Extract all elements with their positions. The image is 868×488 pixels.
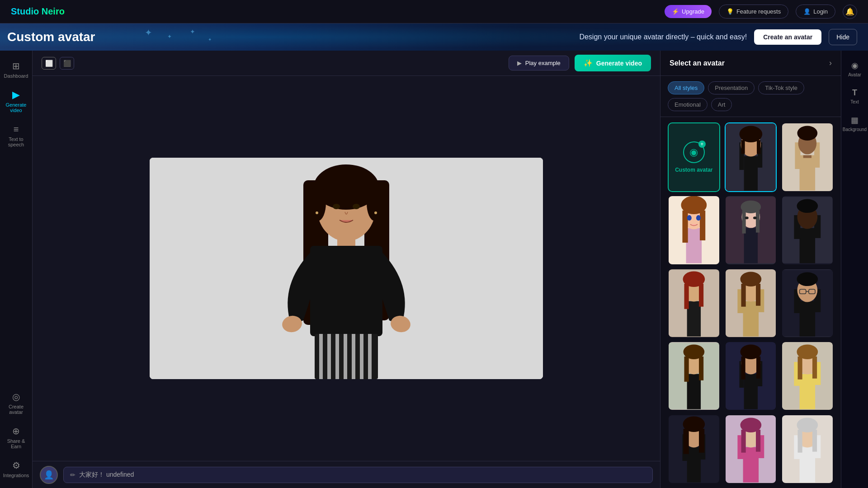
avatar-card-14[interactable] [781, 414, 834, 484]
svg-point-18 [367, 185, 383, 221]
svg-point-45 [696, 216, 701, 221]
video-canvas [33, 76, 660, 461]
custom-avatar-label: Custom avatar [675, 167, 712, 173]
svg-rect-12 [352, 334, 355, 379]
svg-rect-10 [335, 334, 339, 379]
avatar-card-13[interactable] [725, 414, 777, 484]
svg-rect-29 [741, 140, 745, 154]
svg-rect-51 [756, 211, 760, 233]
sidebar-item-integrations[interactable]: ⚙ Integrations [2, 455, 31, 483]
banner-right: Design your unique avatar directly – qui… [579, 29, 857, 45]
avatar-card-7[interactable] [725, 268, 777, 338]
notifications-button[interactable]: 🔔 [843, 5, 857, 19]
create-avatar-button[interactable]: Create an avatar [754, 29, 821, 45]
upgrade-button[interactable]: ⚡ Upgrade [665, 5, 712, 18]
play-example-button[interactable]: ▶ Play example [509, 56, 569, 70]
avatar-card-4[interactable] [725, 195, 777, 265]
svg-rect-39 [686, 228, 702, 263]
svg-rect-42 [682, 211, 688, 243]
avatar-card-5[interactable] [781, 195, 834, 265]
avatar-card-12[interactable] [668, 414, 720, 484]
login-icon: 👤 [803, 8, 811, 15]
hide-button[interactable]: Hide [829, 29, 857, 45]
svg-rect-120 [756, 430, 760, 452]
integrations-icon: ⚙ [11, 460, 22, 471]
svg-rect-95 [741, 357, 745, 380]
main-layout: ⊞ Dashboard ▶ Generate video ≡ Text to s… [0, 51, 868, 488]
svg-rect-11 [344, 334, 347, 379]
filter-emotional[interactable]: Emotional [668, 98, 708, 111]
filter-presentation[interactable]: Presentation [708, 81, 755, 94]
svg-rect-64 [684, 284, 689, 309]
svg-point-20 [353, 204, 360, 209]
background-icon: ▦ [851, 115, 859, 125]
sidebar-label-dashboard: Dashboard [4, 73, 28, 79]
avatar-grid: ◉ + Custom avatar [660, 117, 841, 488]
bottom-bar: 👤 ✏ 大家好！ undefined [33, 461, 660, 488]
right-sidebar-item-text[interactable]: T Text [843, 84, 867, 109]
sidebar-label-share: Share & Earn [4, 438, 29, 449]
svg-rect-75 [800, 301, 816, 336]
right-sidebar-item-background[interactable]: ▦ Background [843, 111, 867, 136]
svg-rect-88 [699, 357, 703, 380]
panel-expand-button[interactable]: › [829, 58, 832, 68]
filter-tiktok[interactable]: Tik-Tok style [758, 81, 804, 94]
svg-rect-119 [741, 430, 745, 453]
filter-all-styles[interactable]: All styles [668, 81, 704, 94]
filter-art[interactable]: Art [711, 98, 732, 111]
svg-rect-47 [744, 228, 757, 263]
svg-rect-14 [368, 334, 372, 379]
login-button[interactable]: 👤 Login [796, 5, 835, 19]
right-icon-sidebar: ◉ Avatar T Text ▦ Background [841, 51, 868, 488]
plus-icon: + [698, 141, 706, 148]
svg-point-21 [316, 211, 318, 214]
sidebar-label-integrations: Integrations [3, 473, 29, 478]
avatar-selection-panel: Select an avatar › All styles Presentati… [660, 51, 841, 488]
avatar-card-8[interactable] [781, 268, 834, 338]
script-input[interactable]: ✏ 大家好！ undefined [63, 467, 653, 483]
custom-avatar-card[interactable]: ◉ + Custom avatar [668, 122, 720, 192]
sidebar-label-create: Create avatar [4, 404, 29, 415]
avatar-thumbnail: 👤 [40, 466, 58, 484]
avatar-card-3[interactable] [668, 195, 720, 265]
svg-rect-61 [687, 301, 701, 336]
toolbar-right: ▶ Play example ✨ Generate video [509, 55, 651, 71]
sidebar-item-dashboard[interactable]: ⊞ Dashboard [2, 56, 31, 83]
sidebar-item-share[interactable]: ⊕ Share & Earn [2, 421, 31, 454]
avatar-card-1[interactable] [725, 122, 777, 192]
sidebar-item-tts[interactable]: ≡ Text to speech [2, 119, 31, 152]
avatar-card-6[interactable] [668, 268, 720, 338]
content-area: ⬜ ⬛ ▶ Play example ✨ Generate video [33, 51, 660, 488]
avatar-card-9[interactable] [668, 341, 720, 411]
panel-title: Select an avatar [670, 59, 725, 67]
right-sidebar-item-avatar[interactable]: ◉ Avatar [843, 56, 867, 82]
view-landscape-button[interactable]: ⬜ [42, 57, 56, 70]
svg-rect-37 [803, 155, 811, 158]
svg-rect-32 [800, 155, 816, 191]
custom-avatar-inner: ◉ + Custom avatar [669, 123, 719, 191]
svg-rect-112 [699, 429, 704, 453]
text-label: Text [850, 99, 859, 104]
svg-rect-96 [756, 357, 760, 379]
sidebar-item-generate[interactable]: ▶ Generate video [2, 85, 31, 117]
generate-icon: ▶ [11, 89, 22, 100]
sidebar-item-create[interactable]: ◎ Create avatar [2, 387, 31, 419]
sparkle-icon: ✨ [584, 59, 593, 67]
svg-rect-8 [319, 334, 323, 379]
view-portrait-button[interactable]: ⬛ [60, 57, 74, 70]
nav-right: ⚡ Upgrade 💡 Feature requests 👤 Login 🔔 [665, 5, 857, 19]
left-sidebar: ⊞ Dashboard ▶ Generate video ≡ Text to s… [0, 51, 33, 488]
avatar-card-10[interactable] [725, 341, 777, 411]
feature-requests-button[interactable]: 💡 Feature requests [719, 5, 788, 19]
svg-rect-73 [756, 284, 760, 306]
custom-avatar-icon: ◉ + [683, 141, 705, 163]
sidebar-label-tts: Text to speech [4, 136, 29, 147]
svg-rect-30 [757, 140, 760, 154]
avatar-label: Avatar [848, 72, 861, 77]
avatar-card-2[interactable] [781, 122, 834, 192]
svg-rect-127 [798, 430, 802, 453]
generate-video-button[interactable]: ✨ Generate video [575, 55, 651, 71]
svg-rect-84 [687, 374, 701, 409]
dashboard-icon: ⊞ [11, 61, 22, 71]
avatar-card-11[interactable] [781, 341, 834, 411]
